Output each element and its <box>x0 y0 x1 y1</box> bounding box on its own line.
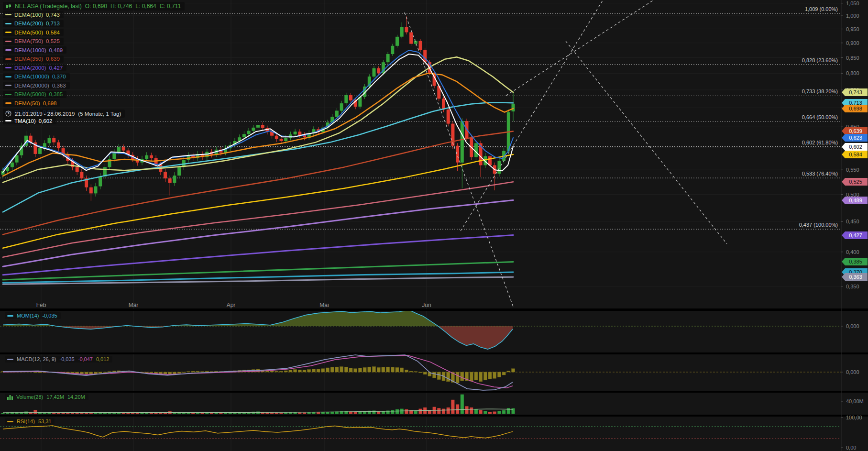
symbol-title: NEL ASA (Tradegate, last) <box>15 3 82 10</box>
legend-row-dema500[interactable]: DEMA(500)0,584 <box>3 29 64 36</box>
svg-text:0,602 (61.80%): 0,602 (61.80%) <box>802 140 838 145</box>
svg-text:Mai: Mai <box>319 302 329 308</box>
legend-row-dema1000[interactable]: DEMA(1000)0,489 <box>3 46 66 54</box>
macd-line-icon <box>7 359 13 360</box>
legend-value: 0,427 <box>49 65 63 71</box>
macd-value: -0,035 <box>60 356 75 362</box>
price-tag: 0,623 <box>842 134 868 142</box>
svg-text:0,437 (100.00%): 0,437 (100.00%) <box>799 222 838 228</box>
svg-text:0,900: 0,900 <box>846 40 859 46</box>
price-tag: 0,489 <box>842 197 868 204</box>
volume-label: Volume(28) <box>16 394 43 400</box>
svg-text:0,500: 0,500 <box>846 192 859 198</box>
mom-line-icon <box>7 315 13 317</box>
svg-text:0,800: 0,800 <box>846 70 859 76</box>
date-range: 21.01.2019 - 28.06.2019 <box>15 111 75 117</box>
legend-line-icon <box>5 94 11 95</box>
legend-row-dema20000[interactable]: DEMA(20000)0,363 <box>3 82 70 89</box>
svg-text:Feb: Feb <box>36 302 46 308</box>
legend-label: DEMA(20000) <box>14 83 49 88</box>
legend-label: DEMA(5000) <box>14 91 46 97</box>
legend-label: DEMA(2000) <box>14 65 46 71</box>
date-range-detail: (5 Monate, 1 Tag) <box>78 111 121 117</box>
ohlc-high: H: 0,746 <box>110 3 132 10</box>
mom-legend[interactable]: MOM(14) -0,035 <box>5 312 61 319</box>
legend-row-dema10000[interactable]: DEMA(10000)0,370 <box>3 73 70 80</box>
chart-background <box>0 0 868 451</box>
mom-value: -0,035 <box>42 313 57 319</box>
macd-label: MACD(12, 26, 9) <box>17 356 56 362</box>
legend-value: 0,743 <box>46 12 60 18</box>
legend-row-dema350[interactable]: DEMA(350)0,639 <box>3 55 64 63</box>
macd-signal-value: -0,047 <box>78 356 93 362</box>
volume-value: 17,42M <box>46 394 64 400</box>
svg-text:0,450: 0,450 <box>846 219 859 224</box>
price-tag: 0,698 <box>842 105 868 112</box>
legend-line-icon <box>5 14 11 15</box>
date-range-row[interactable]: 21.01.2019 - 28.06.2019 (5 Monate, 1 Tag… <box>3 110 125 118</box>
svg-text:0,000: 0,000 <box>846 323 859 329</box>
svg-text:0,850: 0,850 <box>846 55 859 61</box>
price-tag: 0,427 <box>842 231 868 239</box>
price-tag: 0,743 <box>842 88 868 96</box>
legend-line-icon <box>5 76 11 77</box>
price-tag: 0,639 <box>842 127 868 135</box>
trading-chart-app: 1,009 (0.00%)0,828 (23.60%)0,733 (38.20%… <box>0 0 868 451</box>
macd-hist-value: 0,012 <box>96 356 110 362</box>
legend-row-dema750[interactable]: DEMA(750)0,525 <box>3 38 64 45</box>
legend-label: DEMA(10000) <box>14 74 49 79</box>
svg-text:1,000: 1,000 <box>846 13 859 19</box>
symbol-title-row[interactable]: NEL ASA (Tradegate, last) O: 0,690 H: 0,… <box>3 2 185 11</box>
price-tag: 0,525 <box>842 178 868 186</box>
price-tag: 0,363 <box>842 273 868 281</box>
rsi-line-icon <box>7 421 13 422</box>
svg-text:1,050: 1,050 <box>846 0 859 6</box>
svg-text:0,550: 0,550 <box>846 167 859 173</box>
ohlc-open: O: 0,690 <box>85 3 107 10</box>
svg-text:Jun: Jun <box>422 302 431 308</box>
legend-value: 0,698 <box>43 100 57 106</box>
rsi-value: 53,31 <box>38 418 52 424</box>
legend-row-dema200[interactable]: DEMA(200)0,713 <box>3 20 64 27</box>
svg-text:0,733 (38.20%): 0,733 (38.20%) <box>802 88 838 94</box>
legend-label: DEMA(500) <box>14 30 43 35</box>
chart-canvas[interactable]: 1,009 (0.00%)0,828 (23.60%)0,733 (38.20%… <box>0 0 868 451</box>
legend-value: 0,370 <box>52 74 66 79</box>
legend-line-icon <box>5 58 11 60</box>
legend-label: DEMA(100) <box>14 12 43 18</box>
price-tag: 0,584 <box>842 151 868 158</box>
macd-legend[interactable]: MACD(12, 26, 9) -0,035 -0,047 0,012 <box>5 356 112 363</box>
svg-text:0,533 (76.40%): 0,533 (76.40%) <box>802 171 838 176</box>
legend-row-dema2000[interactable]: DEMA(2000)0,427 <box>3 64 66 71</box>
legend-label: DEMA(200) <box>14 21 43 26</box>
svg-text:0,350: 0,350 <box>846 284 859 289</box>
volume-legend[interactable]: Volume(28) 17,42M 14,20M <box>5 394 88 400</box>
legend-value: 0,363 <box>52 83 66 88</box>
rsi-legend[interactable]: RSI(14) 53,31 <box>5 418 55 425</box>
legend-row-tma10[interactable]: TMA(10)0,602 <box>3 117 56 124</box>
ohlc-close: C: 0,711 <box>160 3 181 10</box>
legend-line-icon <box>5 102 11 104</box>
price-tag: 0,385 <box>842 258 868 265</box>
svg-text:1,009 (0.00%): 1,009 (0.00%) <box>805 6 838 12</box>
volume-bars-icon <box>7 395 13 400</box>
volume-ma-value: 14,20M <box>67 394 85 400</box>
legend-value: 0,713 <box>46 21 60 26</box>
legend-label: DEMA(750) <box>14 38 43 44</box>
legend-line-icon <box>5 23 11 24</box>
legend-label: DEMA(350) <box>14 56 43 62</box>
legend-row-dema5000[interactable]: DEMA(5000)0,385 <box>3 91 66 98</box>
svg-text:0,950: 0,950 <box>846 26 859 32</box>
price-tag: 0,602 <box>842 143 868 151</box>
candlestick-icon <box>5 3 11 10</box>
rsi-label: RSI(14) <box>17 418 35 424</box>
legend-value: 0,602 <box>39 118 53 124</box>
legend-label: TMA(10) <box>14 118 36 124</box>
legend-value: 0,385 <box>49 91 63 97</box>
svg-text:Apr: Apr <box>227 302 236 308</box>
legend-value: 0,489 <box>49 47 63 53</box>
svg-text:0,000: 0,000 <box>846 369 859 375</box>
legend-row-dema100[interactable]: DEMA(100)0,743 <box>3 11 64 18</box>
indicator-legend-list: DEMA(100)0,743DEMA(200)0,713DEMA(500)0,5… <box>3 11 70 126</box>
legend-row-dema50[interactable]: DEMA(50)0,698 <box>3 99 60 107</box>
